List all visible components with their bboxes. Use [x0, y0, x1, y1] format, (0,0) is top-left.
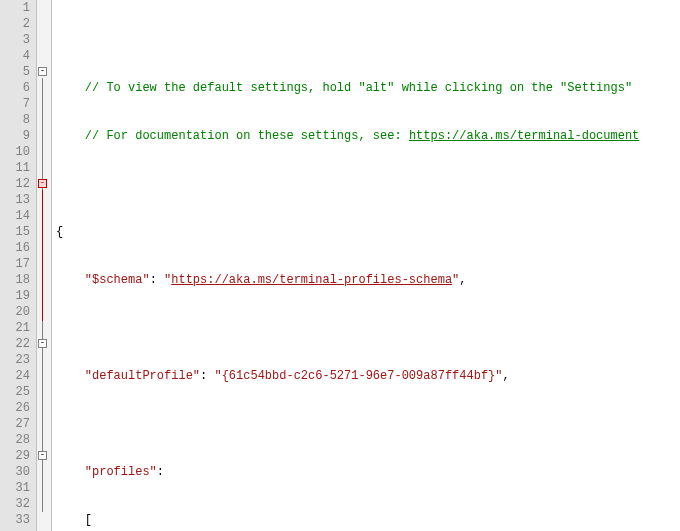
line-number: 27	[0, 416, 36, 432]
line-number: 19	[0, 288, 36, 304]
comment-text: // To view the default settings, hold "a…	[85, 81, 632, 95]
line-number: 28	[0, 432, 36, 448]
line-number: 17	[0, 256, 36, 272]
line-number: 16	[0, 240, 36, 256]
fold-marker-modified-icon[interactable]: -	[38, 179, 47, 188]
line-number: 25	[0, 384, 36, 400]
line-number: 9	[0, 128, 36, 144]
line-number: 1	[0, 0, 36, 16]
code-line	[52, 416, 680, 432]
line-number: 10	[0, 144, 36, 160]
fold-marker-icon[interactable]: -	[38, 451, 47, 460]
code-line	[52, 32, 680, 48]
comment-text: // For documentation on these settings, …	[85, 129, 409, 143]
line-number: 15	[0, 224, 36, 240]
code-line: // For documentation on these settings, …	[52, 128, 680, 144]
line-number: 26	[0, 400, 36, 416]
code-line	[52, 176, 680, 192]
line-number-gutter: 1 2 3 4 5 6 7 8 9 10 11 12 13 14 15 16 1…	[0, 0, 37, 531]
line-number: 2	[0, 16, 36, 32]
line-number: 18	[0, 272, 36, 288]
line-number: 24	[0, 368, 36, 384]
schema-link[interactable]: https://aka.ms/terminal-profiles-schema	[171, 273, 452, 287]
fold-line	[42, 190, 43, 321]
line-number: 22	[0, 336, 36, 352]
line-number: 13	[0, 192, 36, 208]
code-editor[interactable]: 1 2 3 4 5 6 7 8 9 10 11 12 13 14 15 16 1…	[0, 0, 680, 531]
code-line: [	[52, 512, 680, 528]
line-number: 30	[0, 464, 36, 480]
doc-link[interactable]: https://aka.ms/terminal-document	[409, 129, 639, 143]
fold-marker-icon[interactable]: -	[38, 67, 47, 76]
line-number: 12	[0, 176, 36, 192]
fold-gutter: - - - -	[37, 0, 52, 531]
line-number: 4	[0, 48, 36, 64]
line-number: 31	[0, 480, 36, 496]
line-number: 32	[0, 496, 36, 512]
line-number: 20	[0, 304, 36, 320]
line-number: 23	[0, 352, 36, 368]
code-line: "defaultProfile": "{61c54bbd-c2c6-5271-9…	[52, 368, 680, 384]
code-line: "profiles":	[52, 464, 680, 480]
line-number: 11	[0, 160, 36, 176]
line-number: 3	[0, 32, 36, 48]
code-line	[52, 320, 680, 336]
line-number: 8	[0, 112, 36, 128]
line-number: 6	[0, 80, 36, 96]
code-line: {	[52, 224, 680, 240]
line-number: 7	[0, 96, 36, 112]
line-number: 5	[0, 64, 36, 80]
fold-marker-icon[interactable]: -	[38, 339, 47, 348]
code-line: // To view the default settings, hold "a…	[52, 80, 680, 96]
code-area[interactable]: // To view the default settings, hold "a…	[52, 0, 680, 531]
line-number: 33	[0, 512, 36, 528]
code-line: "$schema": "https://aka.ms/terminal-prof…	[52, 272, 680, 288]
line-number: 29	[0, 448, 36, 464]
line-number: 21	[0, 320, 36, 336]
line-number: 14	[0, 208, 36, 224]
